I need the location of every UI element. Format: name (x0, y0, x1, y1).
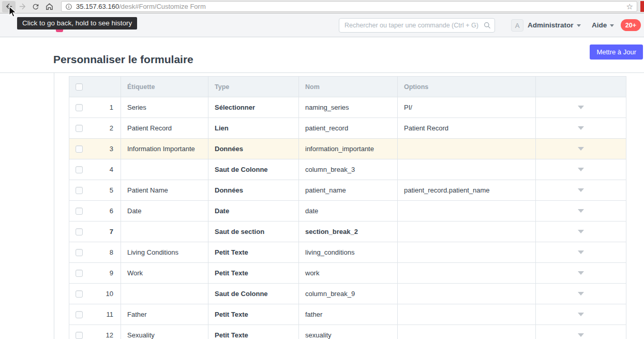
home-button[interactable] (42, 1, 56, 12)
cell-label[interactable]: Series (121, 97, 208, 118)
cell-fieldname[interactable]: patient_record (299, 118, 398, 139)
user-avatar[interactable]: A (511, 19, 523, 32)
select-all-checkbox[interactable] (76, 83, 83, 91)
row-checkbox[interactable] (76, 145, 83, 153)
row-checkbox[interactable] (76, 208, 83, 215)
cell-fieldname[interactable]: father (299, 304, 398, 325)
cell-fieldname[interactable]: column_break_3 (299, 159, 398, 180)
cell-fieldname[interactable]: column_break_9 (299, 284, 398, 304)
grid-row: 10 Saut de Colonne column_break_9 (69, 284, 626, 304)
row-expand-icon (578, 106, 584, 109)
row-checkbox[interactable] (76, 290, 83, 298)
cell-type[interactable]: Petit Texte (208, 304, 299, 325)
cell-type[interactable]: Date (208, 201, 299, 222)
cell-expand[interactable] (536, 139, 626, 159)
cell-label[interactable]: Sexuality (121, 325, 208, 339)
page-title: Personnaliser le formulaire (53, 53, 193, 66)
cell-expand[interactable] (536, 242, 626, 263)
cell-fieldname[interactable]: section_break_2 (299, 222, 398, 242)
cell-fieldname[interactable]: patient_name (299, 180, 398, 201)
bookmark-star-icon[interactable]: ☆ (626, 3, 633, 10)
row-checkbox[interactable] (76, 166, 83, 173)
cell-options[interactable] (398, 139, 536, 159)
back-button-tooltip: Click to go back, hold to see history (17, 17, 137, 30)
cell-expand[interactable] (536, 222, 626, 242)
cell-type[interactable]: Petit Texte (208, 242, 299, 263)
cell-expand[interactable] (536, 180, 626, 201)
cell-expand[interactable] (536, 118, 626, 139)
cell-label[interactable]: Patient Name (121, 180, 208, 201)
cell-options[interactable] (398, 159, 536, 180)
cell-type[interactable]: Petit Texte (208, 263, 299, 284)
row-expand-icon (578, 333, 584, 337)
cell-fieldname[interactable]: living_conditions (299, 242, 398, 263)
row-expand-icon (578, 147, 584, 151)
cell-expand[interactable] (536, 159, 626, 180)
row-index: 2 (110, 124, 114, 132)
page-info-icon[interactable] (65, 3, 72, 10)
row-checkbox[interactable] (76, 332, 83, 339)
url-host: 35.157.63.160 (76, 3, 119, 10)
cell-expand[interactable] (536, 201, 626, 222)
cell-label[interactable]: Work (121, 263, 208, 284)
cell-options[interactable] (398, 325, 536, 339)
row-checkbox[interactable] (76, 228, 83, 235)
cell-type[interactable]: Données (208, 139, 299, 159)
cell-fieldname[interactable]: naming_series (299, 97, 398, 118)
cell-expand[interactable] (536, 97, 626, 118)
user-menu[interactable]: Administrator (528, 13, 581, 37)
reload-button[interactable] (29, 1, 42, 12)
cell-label[interactable]: Father (121, 304, 208, 325)
cell-label[interactable] (121, 284, 208, 304)
grid-body: 1 Series Sélectionner naming_series PI/ … (69, 97, 626, 339)
cell-options[interactable]: PI/ (398, 97, 536, 118)
cell-type[interactable]: Petit Texte (208, 325, 299, 339)
address-bar[interactable]: 35.157.63.160/desk#Form/Customize Form ☆ (61, 1, 637, 12)
row-checkbox[interactable] (76, 104, 83, 111)
grid-row: 11 Father Petit Texte father (69, 304, 626, 325)
cell-type[interactable]: Lien (208, 118, 299, 139)
cell-options[interactable]: Patient Record (398, 118, 536, 139)
chevron-down-icon (577, 24, 581, 27)
url-path: /desk#Form/Customize Form (119, 3, 206, 10)
cell-label[interactable]: Information Importante (121, 139, 208, 159)
cell-fieldname[interactable]: information_importante (299, 139, 398, 159)
row-checkbox[interactable] (76, 249, 83, 256)
update-button[interactable]: Mettre à Jour (590, 45, 643, 60)
cell-type[interactable]: Sélectionner (208, 97, 299, 118)
row-checkbox[interactable] (76, 187, 83, 194)
global-search-input[interactable] (339, 18, 495, 33)
cell-options[interactable]: patient_record.patient_name (398, 180, 536, 201)
row-checkbox[interactable] (76, 125, 83, 132)
cell-label[interactable]: Date (121, 201, 208, 222)
cell-type[interactable]: Saut de Colonne (208, 159, 299, 180)
cell-expand[interactable] (536, 263, 626, 284)
grid-row: 7 Saut de section section_break_2 (69, 222, 626, 242)
cell-type[interactable]: Saut de section (208, 222, 299, 242)
cell-options[interactable] (398, 242, 536, 263)
cell-expand[interactable] (536, 284, 626, 304)
notifications-badge[interactable]: 20+ (621, 19, 641, 31)
cell-options[interactable] (398, 222, 536, 242)
help-menu[interactable]: Aide (592, 13, 614, 37)
cell-label[interactable] (121, 222, 208, 242)
cell-label[interactable]: Living Conditions (121, 242, 208, 263)
header-actions (536, 77, 626, 97)
cell-fieldname[interactable]: sexuality (299, 325, 398, 339)
row-checkbox[interactable] (76, 311, 83, 318)
extension-icon[interactable] (640, 1, 644, 12)
search-icon (483, 21, 491, 32)
cell-options[interactable] (398, 263, 536, 284)
cell-options[interactable] (398, 284, 536, 304)
cell-type[interactable]: Saut de Colonne (208, 284, 299, 304)
cell-options[interactable] (398, 304, 536, 325)
cell-fieldname[interactable]: date (299, 201, 398, 222)
cell-fieldname[interactable]: work (299, 263, 398, 284)
cell-options[interactable] (398, 201, 536, 222)
row-checkbox[interactable] (76, 270, 83, 277)
cell-label[interactable] (121, 159, 208, 180)
cell-label[interactable]: Patient Record (121, 118, 208, 139)
cell-expand[interactable] (536, 304, 626, 325)
cell-expand[interactable] (536, 325, 626, 339)
cell-type[interactable]: Données (208, 180, 299, 201)
